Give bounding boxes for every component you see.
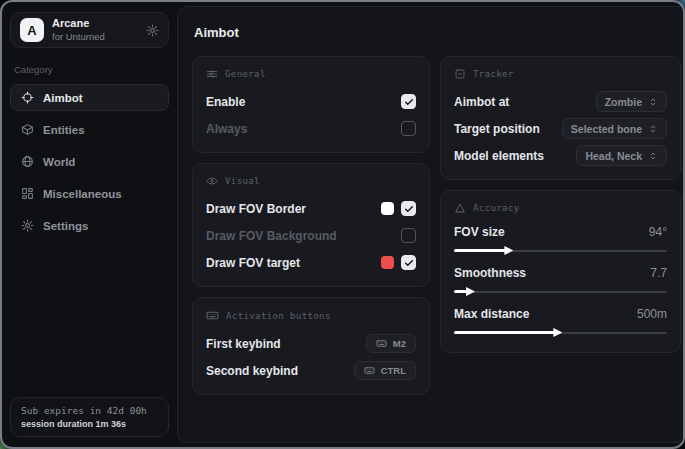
- slider-fill: [454, 290, 471, 293]
- setting-row: Draw FOV Background: [206, 225, 416, 246]
- main-panel: Aimbot General: [177, 6, 685, 443]
- category-label: Category: [14, 64, 165, 75]
- select-value: Head, Neck: [585, 150, 642, 162]
- select-value: Selected bone: [571, 123, 642, 135]
- activation-buttons-card: Activation buttons First keybind M2: [192, 297, 430, 395]
- max-distance-slider[interactable]: [454, 328, 667, 337]
- left-column: General Enable Always: [192, 56, 430, 405]
- setting-row: Target position Selected bone: [454, 118, 667, 139]
- fov-target-color-swatch[interactable]: [381, 256, 394, 269]
- keyboard-icon: [364, 365, 375, 376]
- aimbot-at-select[interactable]: Zombie: [596, 91, 667, 112]
- keybind-value: CTRL: [381, 365, 406, 376]
- setting-row: First keybind M2: [206, 333, 416, 354]
- always-checkbox[interactable]: [401, 121, 416, 136]
- setting-label: Smoothness: [454, 266, 526, 280]
- slider-row: Max distance 500m: [454, 307, 667, 337]
- first-keybind-button[interactable]: M2: [366, 334, 416, 353]
- app-logo: A: [20, 18, 44, 42]
- crosshair-icon: [21, 91, 34, 104]
- section-title: Activation buttons: [226, 311, 331, 321]
- sidebar-item-label: Miscellaneous: [43, 188, 122, 200]
- setting-row: Draw FOV Border: [206, 198, 416, 219]
- draw-fov-target-checkbox[interactable]: [401, 255, 416, 270]
- gear-icon[interactable]: [146, 24, 159, 37]
- fov-border-color-swatch[interactable]: [381, 202, 394, 215]
- entities-icon: [21, 123, 34, 136]
- globe-icon: [21, 155, 34, 168]
- slider-row: Smoothness 7.7: [454, 266, 667, 296]
- second-keybind-button[interactable]: CTRL: [354, 361, 416, 380]
- subscription-status-card: Sub expires in 42d 00h session duration …: [10, 397, 169, 437]
- sidebar-item-world[interactable]: World: [10, 148, 169, 175]
- setting-row: Second keybind CTRL: [206, 360, 416, 381]
- sidebar-item-settings[interactable]: Settings: [10, 212, 169, 239]
- setting-label: Aimbot at: [454, 95, 509, 109]
- triangle-icon: [454, 202, 466, 214]
- unfold-icon: [648, 124, 658, 134]
- tracker-card: Tracker Aimbot at Zombie: [440, 56, 681, 180]
- setting-row: Enable: [206, 91, 416, 112]
- app-name: Arcane: [52, 17, 105, 31]
- sliders-icon: [206, 68, 218, 80]
- setting-label: Always: [206, 122, 247, 136]
- sidebar-item-label: Entities: [43, 124, 85, 136]
- general-card: General Enable Always: [192, 56, 430, 153]
- target-position-select[interactable]: Selected bone: [562, 118, 667, 139]
- setting-label: Target position: [454, 122, 540, 136]
- grid-icon: [21, 187, 34, 200]
- sidebar-item-label: World: [43, 156, 75, 168]
- sidebar-item-miscellaneous[interactable]: Miscellaneous: [10, 180, 169, 207]
- draw-fov-background-checkbox[interactable]: [401, 228, 416, 243]
- slider-fill: [454, 249, 509, 252]
- model-elements-select[interactable]: Head, Neck: [576, 145, 667, 166]
- section-title: Tracker: [473, 69, 514, 79]
- keyboard-icon: [376, 338, 387, 349]
- section-title: General: [225, 69, 266, 79]
- sidebar-item-entities[interactable]: Entities: [10, 116, 169, 143]
- setting-label: First keybind: [206, 337, 281, 351]
- right-column: Tracker Aimbot at Zombie: [440, 56, 681, 405]
- keybind-value: M2: [393, 338, 406, 349]
- section-title: Accuracy: [473, 203, 520, 213]
- setting-label: FOV size: [454, 225, 505, 239]
- main-area: Aimbot General: [177, 2, 685, 447]
- slider-track: [454, 291, 667, 293]
- keyboard-icon: [206, 309, 219, 322]
- eye-icon: [206, 175, 218, 187]
- section-title: Visual: [225, 176, 260, 186]
- gear-icon: [21, 219, 34, 232]
- page-title: Aimbot: [194, 25, 681, 40]
- select-value: Zombie: [605, 96, 642, 108]
- slider-handle[interactable]: [553, 328, 562, 337]
- sidebar: A Arcane for Unturned Category Aimbot: [2, 2, 177, 447]
- sidebar-item-label: Aimbot: [43, 92, 83, 104]
- sidebar-item-aimbot[interactable]: Aimbot: [10, 84, 169, 111]
- slider-fill: [454, 331, 558, 334]
- setting-row: Always: [206, 118, 416, 139]
- setting-row: Aimbot at Zombie: [454, 91, 667, 112]
- slider-handle[interactable]: [466, 287, 475, 296]
- slider-handle[interactable]: [504, 246, 513, 255]
- fov-size-slider[interactable]: [454, 246, 667, 255]
- setting-label: Draw FOV Border: [206, 202, 306, 216]
- setting-label: Second keybind: [206, 364, 298, 378]
- smoothness-slider[interactable]: [454, 287, 667, 296]
- app-window: A Arcane for Unturned Category Aimbot: [0, 0, 685, 449]
- setting-row: Model elements Head, Neck: [454, 145, 667, 166]
- slider-row: FOV size 94°: [454, 225, 667, 255]
- setting-label: Max distance: [454, 307, 529, 321]
- draw-fov-border-checkbox[interactable]: [401, 201, 416, 216]
- app-subtitle: for Unturned: [52, 31, 105, 42]
- unfold-icon: [648, 151, 658, 161]
- smoothness-value: 7.7: [650, 266, 667, 280]
- setting-label: Draw FOV Background: [206, 229, 337, 243]
- session-duration-text: session duration 1m 36s: [21, 419, 158, 429]
- tracker-icon: [454, 68, 466, 80]
- setting-label: Draw FOV target: [206, 256, 300, 270]
- setting-label: Enable: [206, 95, 245, 109]
- unfold-icon: [648, 97, 658, 107]
- setting-row: Draw FOV target: [206, 252, 416, 273]
- enable-checkbox[interactable]: [401, 94, 416, 109]
- max-distance-value: 500m: [637, 307, 667, 321]
